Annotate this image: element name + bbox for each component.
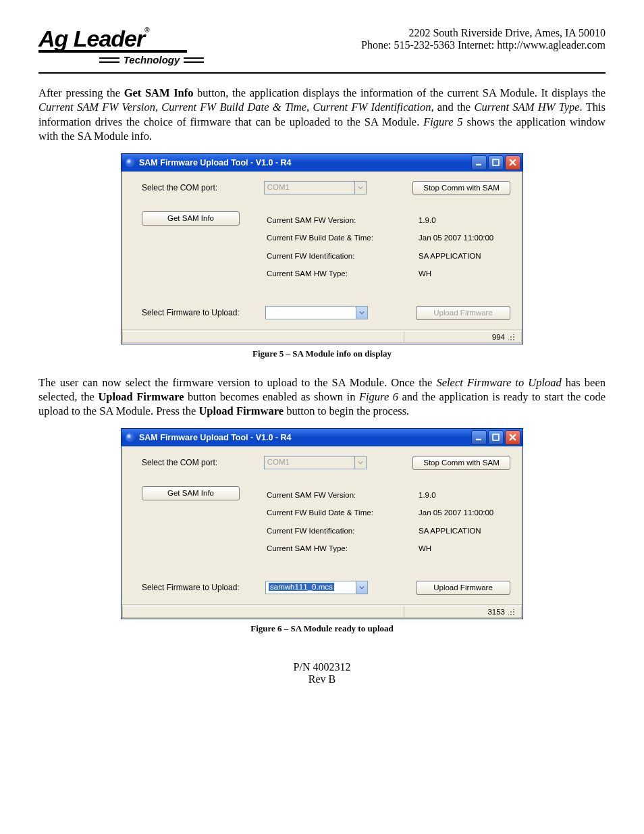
chevron-down-icon[interactable]	[356, 581, 367, 594]
com-port-label: Select the COM port:	[142, 458, 264, 467]
svg-rect-3	[493, 434, 499, 440]
upload-firmware-button[interactable]: Upload Firmware	[416, 581, 510, 595]
fw-build-label: Current FW Build Date & Time:	[267, 229, 398, 246]
firmware-combo[interactable]: samwh111_0.mcs	[265, 581, 368, 594]
svg-rect-0	[476, 164, 481, 165]
registered-icon: ®	[144, 26, 149, 34]
titlebar[interactable]: SAM Firmware Upload Tool - V1.0 - R4	[122, 154, 522, 172]
fw-version-value: 1.9.0	[419, 486, 510, 504]
header-contact: 2202 South Riverside Drive, Ames, IA 500…	[361, 27, 606, 51]
fw-id-label: Current FW Identification:	[267, 247, 398, 265]
figure6-caption: Figure 6 – SA Module ready to upload	[38, 623, 606, 634]
figure5-caption: Figure 5 – SA Module info on display	[38, 348, 606, 359]
status-value: 3153	[487, 608, 505, 616]
status-left	[122, 331, 404, 343]
chevron-down-icon[interactable]	[354, 457, 366, 469]
maximize-button[interactable]	[488, 155, 504, 170]
svg-rect-2	[476, 439, 481, 440]
app-window-fig5: SAM Firmware Upload Tool - V1.0 - R4 Sel…	[121, 153, 523, 344]
hw-type-value: WH	[419, 540, 510, 557]
chevron-down-icon[interactable]	[356, 307, 367, 319]
app-icon	[126, 158, 135, 167]
close-button[interactable]	[505, 430, 520, 445]
part-number: P/N 4002312	[38, 661, 606, 673]
get-sam-info-button[interactable]: Get SAM Info	[142, 211, 240, 226]
window-title: SAM Firmware Upload Tool - V1.0 - R4	[139, 158, 471, 167]
logo: Ag Leader® Technology	[38, 27, 204, 66]
window-title: SAM Firmware Upload Tool - V1.0 - R4	[139, 433, 471, 442]
hw-type-value: WH	[419, 265, 510, 282]
statusbar: 3153	[122, 604, 522, 619]
statusbar: 994	[122, 330, 522, 344]
phone-line: Phone: 515-232-5363 Internet: http://www…	[361, 39, 606, 51]
body-paragraph-2: The user can now select the firmware ver…	[38, 375, 606, 419]
titlebar[interactable]: SAM Firmware Upload Tool - V1.0 - R4	[122, 429, 522, 446]
com-port-label: Select the COM port:	[142, 183, 264, 192]
firmware-value: samwh111_0.mcs	[266, 581, 356, 594]
hw-type-label: Current SAM HW Type:	[267, 540, 398, 557]
app-window-fig6: SAM Firmware Upload Tool - V1.0 - R4 Sel…	[121, 428, 523, 619]
line-icon	[184, 57, 204, 63]
minimize-button[interactable]	[471, 430, 487, 445]
hw-type-label: Current SAM HW Type:	[267, 265, 398, 282]
status-right: 3153	[404, 606, 522, 618]
minimize-button[interactable]	[471, 155, 487, 170]
tech-text: Technology	[124, 54, 180, 66]
fw-id-value: SA APPLICATION	[419, 522, 510, 540]
fw-build-value: Jan 05 2007 11:00:00	[419, 504, 510, 521]
info-values: 1.9.0 Jan 05 2007 11:00:00 SA APPLICATIO…	[398, 211, 510, 283]
fw-id-value: SA APPLICATION	[419, 247, 510, 265]
resize-grip-icon[interactable]	[506, 332, 516, 342]
com-port-combo[interactable]: COM1	[264, 456, 367, 469]
com-port-combo[interactable]: COM1	[264, 181, 367, 194]
page-header: Ag Leader® Technology 2202 South Riversi…	[38, 27, 606, 74]
close-button[interactable]	[505, 155, 520, 170]
maximize-button[interactable]	[488, 430, 504, 445]
info-labels: Current SAM FW Version: Current FW Build…	[267, 211, 398, 283]
info-labels: Current SAM FW Version: Current FW Build…	[267, 486, 398, 558]
body-paragraph-1: After pressing the Get SAM Info button, …	[38, 86, 606, 144]
revision: Rev B	[38, 673, 606, 685]
line-icon	[99, 57, 119, 63]
resize-grip-icon[interactable]	[506, 607, 516, 617]
svg-rect-1	[493, 159, 499, 165]
status-right: 994	[404, 331, 522, 343]
app-icon	[126, 433, 135, 442]
fw-version-label: Current SAM FW Version:	[267, 211, 398, 229]
stop-comm-button[interactable]: Stop Comm with SAM	[412, 181, 510, 195]
status-left	[122, 606, 404, 618]
status-value: 994	[492, 333, 505, 341]
firmware-value	[266, 307, 356, 319]
fw-version-value: 1.9.0	[419, 211, 510, 229]
firmware-combo[interactable]	[265, 306, 368, 319]
page-footer: P/N 4002312 Rev B	[38, 661, 606, 685]
firmware-label: Select Firmware to Upload:	[142, 583, 265, 592]
info-values: 1.9.0 Jan 05 2007 11:00:00 SA APPLICATIO…	[398, 486, 510, 558]
upload-firmware-button[interactable]: Upload Firmware	[416, 306, 510, 320]
com-port-value: COM1	[265, 182, 354, 194]
fw-id-label: Current FW Identification:	[267, 522, 398, 540]
address-line: 2202 South Riverside Drive, Ames, IA 500…	[361, 27, 606, 39]
chevron-down-icon[interactable]	[354, 182, 366, 194]
stop-comm-button[interactable]: Stop Comm with SAM	[412, 456, 510, 470]
get-sam-info-button[interactable]: Get SAM Info	[142, 486, 240, 500]
com-port-value: COM1	[265, 457, 354, 469]
fw-version-label: Current SAM FW Version:	[267, 486, 398, 504]
fw-build-value: Jan 05 2007 11:00:00	[419, 229, 510, 246]
brand-text: Ag Leader	[38, 26, 144, 51]
firmware-label: Select Firmware to Upload:	[142, 308, 265, 317]
fw-build-label: Current FW Build Date & Time:	[267, 504, 398, 521]
